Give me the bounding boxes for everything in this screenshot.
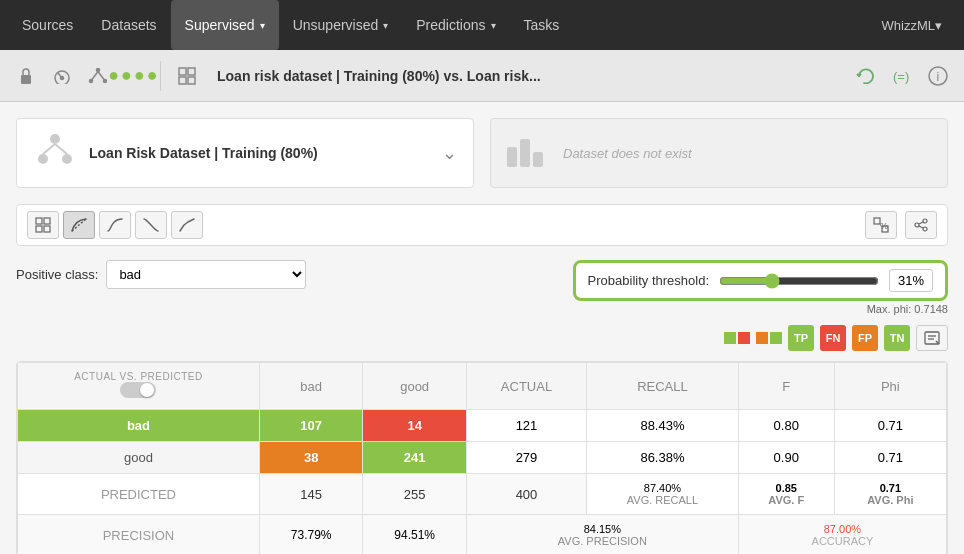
- info-icon[interactable]: i: [924, 62, 952, 90]
- lock-icon[interactable]: [12, 62, 40, 90]
- chart-btn-roc[interactable]: [63, 211, 95, 239]
- svg-rect-22: [36, 226, 42, 232]
- avg-accuracy: 87.00%ACCURACY: [738, 515, 946, 555]
- dataset-tree-icon: [33, 131, 77, 175]
- f-good: 0.90: [738, 442, 834, 474]
- predicted-good: 255: [363, 474, 467, 515]
- nav-bar: Sources Datasets Supervised ▾ Unsupervis…: [0, 0, 964, 50]
- toolbar-actions: (=) i: [852, 62, 952, 90]
- dataset-row: Loan Risk Dataset | Training (80%) ⌄ Dat…: [16, 118, 948, 188]
- actual-vs-predicted-label: ACTUAL VS. PREDICTED: [30, 371, 247, 382]
- predicted-label: PREDICTED: [18, 474, 260, 515]
- legend-tp-btn[interactable]: TP: [788, 325, 814, 351]
- nav-supervised[interactable]: Supervised ▾: [171, 0, 279, 50]
- dataset-left-chevron[interactable]: ⌄: [442, 142, 457, 164]
- svg-line-6: [92, 71, 98, 79]
- chart-percent-btn[interactable]: %: [865, 211, 897, 239]
- recall-bad: 88.43%: [587, 410, 739, 442]
- svg-point-16: [38, 154, 48, 164]
- avg-recall: 87.40%AVG. RECALL: [587, 474, 739, 515]
- legend-fp-btn[interactable]: FP: [852, 325, 878, 351]
- svg-rect-21: [44, 218, 50, 224]
- col-header-recall: RECALL: [587, 363, 739, 410]
- legend-color-br: [770, 332, 782, 344]
- nav-sources[interactable]: Sources: [8, 0, 87, 50]
- svg-point-29: [915, 223, 919, 227]
- predicted-bad: 145: [259, 474, 363, 515]
- legend-color-grid-2: [756, 332, 782, 344]
- gauge-icon[interactable]: [48, 62, 76, 90]
- threshold-row: Probability threshold: 31%: [573, 260, 948, 301]
- positive-class-select[interactable]: bad good: [106, 260, 306, 289]
- svg-line-32: [919, 226, 923, 228]
- svg-rect-0: [21, 75, 31, 84]
- toolbar-divider: [160, 61, 161, 91]
- chart-btn-lift[interactable]: [99, 211, 131, 239]
- cell-tn: 241: [363, 442, 467, 474]
- matrix-row-good: good 38 241 279 86.38% 0.90 0.71: [18, 442, 947, 474]
- unsupervised-arrow: ▾: [383, 20, 388, 31]
- controls-row: Positive class: bad good Probability thr…: [16, 260, 948, 315]
- grid-icon-toolbar[interactable]: [173, 62, 201, 90]
- svg-point-15: [50, 134, 60, 144]
- formula-icon[interactable]: (=): [888, 62, 916, 90]
- col-header-bad: bad: [259, 363, 363, 410]
- matrix-table: ACTUAL VS. PREDICTED bad good ACTUAL REC…: [17, 362, 947, 554]
- nav-whizzml[interactable]: WhizzML ▾: [868, 0, 956, 50]
- nav-tasks[interactable]: Tasks: [510, 0, 574, 50]
- legend-color-tl: [724, 332, 736, 344]
- dataset-left-card: Loan Risk Dataset | Training (80%) ⌄: [16, 118, 474, 188]
- precision-bad: 73.79%: [259, 515, 363, 555]
- toggle-switch[interactable]: [30, 382, 247, 401]
- cell-fn: 14: [363, 410, 467, 442]
- main-content: Loan Risk Dataset | Training (80%) ⌄ Dat…: [0, 102, 964, 554]
- avg-precision: 84.15%AVG. PRECISION: [466, 515, 738, 555]
- refresh-icon[interactable]: [852, 62, 880, 90]
- matrix-row-bad: bad 107 14 121 88.43% 0.80 0.71: [18, 410, 947, 442]
- dataset-left-title: Loan Risk Dataset | Training (80%): [89, 145, 318, 161]
- threshold-label: Probability threshold:: [588, 273, 709, 288]
- chart-right-icons: %: [865, 211, 937, 239]
- svg-line-7: [98, 71, 104, 79]
- svg-text:i: i: [937, 70, 940, 84]
- legend-fn-btn[interactable]: FN: [820, 325, 846, 351]
- legend-tn-btn[interactable]: TN: [884, 325, 910, 351]
- chart-btn-gain[interactable]: [171, 211, 203, 239]
- chart-btn-pr[interactable]: [135, 211, 167, 239]
- svg-rect-23: [44, 226, 50, 232]
- threshold-slider[interactable]: [719, 273, 879, 289]
- legend-color-grid: [724, 332, 750, 344]
- svg-point-30: [923, 227, 927, 231]
- predictions-arrow: ▾: [491, 20, 496, 31]
- actual-bad: 121: [466, 410, 586, 442]
- predicted-total: 400: [466, 474, 586, 515]
- nav-unsupervised[interactable]: Unsupervised ▾: [279, 0, 403, 50]
- max-phi-label: Max. phi: 0.7148: [867, 303, 948, 315]
- dots-icon[interactable]: ●●●●: [120, 62, 148, 90]
- row-label-good: good: [18, 442, 260, 474]
- col-header-phi: Phi: [834, 363, 946, 410]
- chart-toolbar: %: [16, 204, 948, 246]
- chart-btn-grid[interactable]: [27, 211, 59, 239]
- chart-share-btn[interactable]: [905, 211, 937, 239]
- svg-point-4: [90, 79, 93, 82]
- dataset-right-empty-text: Dataset does not exist: [563, 146, 692, 161]
- precision-label: PRECISION: [18, 515, 260, 555]
- actual-good: 279: [466, 442, 586, 474]
- matrix-row-predicted: PREDICTED 145 255 400 87.40%AVG. RECALL …: [18, 474, 947, 515]
- avg-f: 0.85AVG. F: [738, 474, 834, 515]
- toolbar-row: ●●●● Loan risk dataset | Training (80%) …: [0, 50, 964, 102]
- matrix-top-left: ACTUAL VS. PREDICTED: [18, 363, 260, 410]
- nav-datasets[interactable]: Datasets: [87, 0, 170, 50]
- nav-predictions[interactable]: Predictions ▾: [402, 0, 509, 50]
- legend-export-btn[interactable]: [916, 325, 948, 351]
- svg-rect-20: [36, 218, 42, 224]
- precision-good: 94.51%: [363, 515, 467, 555]
- matrix-header-row: ACTUAL VS. PREDICTED bad good ACTUAL REC…: [18, 363, 947, 410]
- supervised-arrow: ▾: [260, 20, 265, 31]
- svg-point-2: [61, 76, 64, 79]
- whizzml-arrow: ▾: [935, 18, 942, 33]
- col-header-good: good: [363, 363, 467, 410]
- matrix-row-precision: PRECISION 73.79% 94.51% 84.15%AVG. PRECI…: [18, 515, 947, 555]
- svg-rect-9: [188, 68, 195, 75]
